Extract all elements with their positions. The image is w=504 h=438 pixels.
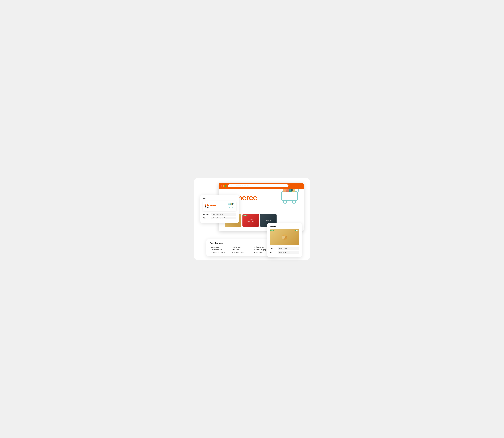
keyword-bullet (254, 247, 255, 248)
svg-rect-0 (282, 192, 297, 200)
product-tag-row: Tag: Product Tag (270, 251, 299, 253)
brand-name-black: Store (205, 206, 216, 208)
svg-rect-16 (232, 203, 233, 205)
alt-text-row: AlT Text: Ecommerce Store (203, 213, 236, 216)
outer-container: www.yourecommercestore.com (194, 178, 310, 260)
svg-rect-14 (231, 204, 231, 205)
browser-toolbar: www.yourecommercestore.com (219, 183, 304, 189)
keyword-text: Shop Online (256, 252, 263, 253)
keyword-text: Ecommerce Store (211, 249, 223, 251)
keyword-item: Ecommerce Business (210, 252, 230, 253)
keywords-card: Page Keywords EcommerceOnline StoreShopp… (206, 239, 277, 256)
product-card: Product NEW 🍞 NEW Title: Product Title T… (267, 223, 302, 257)
cart-illustration (278, 189, 301, 205)
product-title-label: Title: (270, 248, 277, 249)
brand-card-text: E-Commerce Store (205, 204, 216, 208)
svg-rect-15 (231, 203, 232, 205)
main-layout: www.yourecommercestore.com (200, 183, 304, 254)
svg-rect-8 (291, 189, 293, 191)
keyword-text: Online Store (233, 246, 241, 248)
svg-rect-9 (228, 205, 233, 207)
keyword-item: Ecommerce Store (210, 249, 230, 251)
keyword-bullet (254, 249, 255, 250)
keyword-bullet (210, 252, 210, 253)
keyword-bullet (210, 249, 210, 250)
keywords-grid: EcommerceOnline StoreShopping SiteEcomme… (210, 246, 274, 253)
keyword-text: Shopping Site (256, 246, 264, 248)
alt-text-value: Ecommerce Store (211, 213, 236, 216)
product-tag-label: Tag: (270, 252, 277, 253)
keyword-item: Buy Online (232, 249, 252, 251)
dot-green (225, 185, 226, 186)
keyword-bullet (254, 252, 255, 253)
dot-yellow (223, 185, 224, 186)
keyword-text: Shopping Online (233, 252, 244, 253)
product-title-value: Product Title (278, 247, 299, 250)
image-card-title: Image (203, 197, 236, 199)
keyword-bullet (232, 247, 233, 248)
new-badge-product-2: NEW (295, 230, 299, 231)
browser-url-bar: www.yourecommercestore.com (228, 185, 289, 187)
product-img-2: NEW KnorrTOMATO ONION (242, 214, 259, 227)
product-img-large: NEW 🍞 NEW (270, 229, 299, 245)
keyword-item: Online Store (232, 246, 252, 248)
alt-text-label: AlT Text: (203, 213, 210, 215)
keyword-text: Ecommerce (211, 246, 219, 248)
keyword-item: Shopping Online (232, 252, 252, 253)
keyword-bullet (232, 252, 233, 253)
keyword-bullet (232, 249, 233, 250)
svg-rect-13 (230, 203, 230, 205)
keywords-title: Page Keywords (210, 242, 274, 244)
mini-cart-icon (227, 203, 234, 209)
svg-point-10 (229, 207, 230, 208)
new-badge-product: NEW (270, 230, 274, 231)
svg-point-11 (232, 207, 233, 208)
brand-card: E-Commerce Store (203, 201, 236, 211)
product-title-row: Title: Product Title (270, 247, 299, 250)
keyword-text: Buy Online (233, 249, 240, 251)
title-row: Title: Bitsila: Ecommerce Store (203, 217, 236, 219)
image-card: Image E-Commerce Store (200, 195, 239, 223)
svg-rect-7 (285, 189, 287, 190)
brand-name-orange: E-Commerce (205, 204, 216, 206)
bread-icon: 🍞 (281, 234, 288, 240)
keyword-text: Ecommerce Business (211, 252, 225, 253)
keyword-bullet (210, 247, 210, 248)
keyword-text: Online Shopping (256, 249, 266, 251)
dot-red (221, 185, 222, 186)
product-tag-value: Product Tag (278, 251, 299, 253)
keyword-item: Ecommerce (210, 246, 230, 248)
svg-rect-12 (229, 204, 229, 205)
image-title-label: Title: (203, 217, 210, 219)
image-title-value: Bitsila: Ecommerce Store (211, 217, 236, 219)
new-badge-2: NEW (243, 215, 247, 216)
product-card-title: Product (270, 226, 299, 227)
browser-dots (221, 185, 226, 186)
